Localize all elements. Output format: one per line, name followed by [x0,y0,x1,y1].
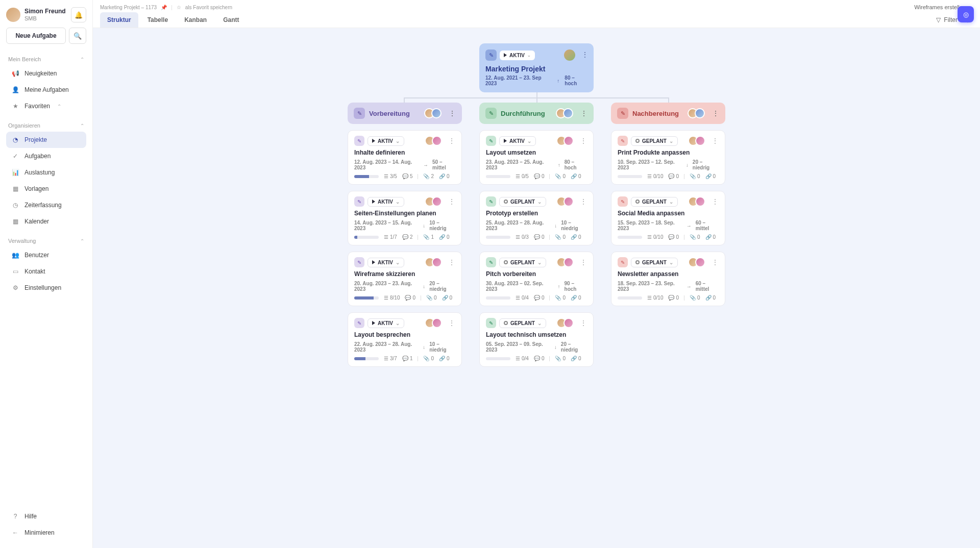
nav-news[interactable]: 📢Neuigkeiten [6,65,86,82]
task-card[interactable]: ✎GEPLANT⌄⋮Layout technisch umsetzen05. S… [479,312,594,367]
filter-button[interactable]: ▽ Filter [936,16,958,23]
pin-icon[interactable]: 📌 [161,5,167,10]
pencil-icon[interactable]: ✎ [354,196,364,207]
task-card[interactable]: ✎GEPLANT⌄⋮Print Produkte anpassen10. Sep… [611,130,725,185]
help-float-button[interactable]: ◎ [958,6,974,22]
nav-tasks[interactable]: 👤Meine Aufgaben [6,82,86,98]
task-more-button[interactable]: ⋮ [448,319,455,327]
pencil-icon[interactable]: ✎ [486,196,496,207]
task-status-pill[interactable]: GEPLANT⌄ [499,197,546,207]
task-more-button[interactable]: ⋮ [448,197,455,206]
pencil-icon[interactable]: ✎ [354,108,365,119]
task-more-button[interactable]: ⋮ [580,137,587,145]
task-status-pill[interactable]: AKTIV⌄ [368,318,404,328]
link-icon: 🔗 [571,356,577,361]
column-more-button[interactable]: ⋮ [580,109,587,117]
pencil-icon[interactable]: ✎ [354,318,364,328]
tab-gantt[interactable]: Gantt [216,12,246,28]
task-dates: 10. Sep. 2023 – 12. Sep. 2023 [618,159,682,170]
root-project-card[interactable]: ✎ AKTIV ⌄ Marketing Projekt 12. Aug. 202… [479,43,594,92]
task-card[interactable]: ✎AKTIV⌄⋮Seiten-Einstellungen planen14. A… [348,191,462,245]
pencil-icon[interactable]: ✎ [618,257,628,267]
link-icon: 🔗 [705,234,712,240]
star-icon[interactable]: ☆ [177,5,181,10]
pencil-icon[interactable]: ✎ [354,136,364,146]
task-status-pill[interactable]: AKTIV⌄ [368,258,404,267]
nav-settings[interactable]: ⚙Einstellungen [6,280,86,296]
task-priority: 10 – niedrig [429,341,455,353]
nav-time[interactable]: ◷Zeiterfassung [6,197,86,213]
task-card[interactable]: ✎GEPLANT⌄⋮Social Media anpassen15. Sep. … [611,191,725,245]
task-status-pill[interactable]: GEPLANT⌄ [499,258,546,267]
notifications-button[interactable]: 🔔 [71,7,86,22]
list-icon: ☰ [516,234,520,240]
user-profile[interactable]: Simon Freund SMB 🔔 [6,7,86,22]
task-status-pill[interactable]: GEPLANT⌄ [631,258,678,267]
section-organize[interactable]: Organisieren⌃ [6,119,86,132]
section-admin[interactable]: Verwaltung⌃ [6,235,86,247]
root-more-button[interactable]: ⋮ [581,51,589,59]
task-card[interactable]: ✎AKTIV⌄⋮Layout besprechen22. Aug. 2023 –… [348,312,462,367]
search-button[interactable]: 🔍 [69,28,86,44]
column-more-button[interactable]: ⋮ [712,109,719,117]
nav-favs[interactable]: ★Favoriten⌃ [6,98,86,114]
favorite-label[interactable]: als Favorit speichern [185,5,232,10]
column-header-0[interactable]: ✎Vorbereitung⋮ [348,103,462,124]
task-avatars [556,257,574,267]
root-status-pill[interactable]: AKTIV ⌄ [500,51,535,60]
task-card[interactable]: ✎AKTIV⌄⋮Layout umsetzen23. Aug. 2023 – 2… [479,130,594,185]
task-card[interactable]: ✎GEPLANT⌄⋮Newsletter anpassen18. Sep. 20… [611,252,725,306]
pencil-icon[interactable]: ✎ [485,108,497,119]
task-more-button[interactable]: ⋮ [712,258,719,266]
task-card[interactable]: ✎AKTIV⌄⋮Wireframe skizzieren20. Aug. 202… [348,252,462,306]
tab-kanban[interactable]: Kanban [177,12,214,28]
new-task-button[interactable]: Neue Aufgabe [6,28,66,44]
tab-struktur[interactable]: Struktur [100,12,138,28]
pencil-icon[interactable]: ✎ [485,49,497,61]
task-more-button[interactable]: ⋮ [712,197,719,206]
tab-tabelle[interactable]: Tabelle [140,12,175,28]
breadcrumb[interactable]: Marketing Projekt – 1173 [100,5,157,10]
chevron-down-icon: ⌄ [669,260,673,265]
task-more-button[interactable]: ⋮ [448,258,455,266]
task-status-pill[interactable]: GEPLANT⌄ [631,136,678,146]
task-status-pill[interactable]: AKTIV⌄ [368,136,404,146]
task-more-button[interactable]: ⋮ [580,319,587,327]
pencil-icon[interactable]: ✎ [486,136,496,146]
task-avatars [556,136,574,146]
nav-users[interactable]: 👥Benutzer [6,247,86,263]
task-status-pill[interactable]: AKTIV⌄ [368,197,404,207]
arrow-icon: ↓ [423,344,425,350]
pencil-icon[interactable]: ✎ [486,318,496,328]
task-more-button[interactable]: ⋮ [712,137,719,145]
pencil-icon[interactable]: ✎ [617,108,628,119]
nav-calendar[interactable]: ▦Kalender [6,213,86,230]
column-more-button[interactable]: ⋮ [449,109,456,117]
footer-help[interactable]: ?Hilfe [6,508,86,525]
task-more-button[interactable]: ⋮ [448,137,455,145]
task-card[interactable]: ✎GEPLANT⌄⋮Pitch vorbereiten30. Aug. 2023… [479,252,594,306]
task-card[interactable]: ✎AKTIV⌄⋮Inhalte definieren12. Aug. 2023 … [348,130,462,185]
pencil-icon[interactable]: ✎ [486,257,496,267]
task-more-button[interactable]: ⋮ [580,197,587,206]
nav-contact[interactable]: ▭Kontakt [6,263,86,280]
task-status-pill[interactable]: GEPLANT⌄ [631,197,678,207]
section-myArea[interactable]: Mein Bereich⌃ [6,53,86,65]
pencil-icon[interactable]: ✎ [354,257,364,267]
task-card[interactable]: ✎GEPLANT⌄⋮Prototyp erstellen25. Aug. 202… [479,191,594,245]
nav-tasks2[interactable]: ✓Aufgaben [6,148,86,164]
comment-icon: 💬 [405,295,411,301]
checklist-stat: ☰0/10 [647,234,663,240]
nav-templates[interactable]: ▦Vorlagen [6,181,86,197]
pencil-icon[interactable]: ✎ [618,196,628,207]
task-priority: 80 – hoch [565,159,587,170]
column-header-1[interactable]: ✎Durchführung⋮ [479,103,594,124]
column-header-2[interactable]: ✎Nachbereitung⋮ [611,103,725,124]
nav-projects[interactable]: ◔Projekte [6,132,86,148]
task-status-pill[interactable]: AKTIV⌄ [499,136,536,146]
task-more-button[interactable]: ⋮ [580,258,587,266]
footer-minimize[interactable]: ←Minimieren [6,525,86,541]
task-status-pill[interactable]: GEPLANT⌄ [499,318,546,328]
nav-workload[interactable]: 📊Auslastung [6,164,86,181]
pencil-icon[interactable]: ✎ [618,136,628,146]
